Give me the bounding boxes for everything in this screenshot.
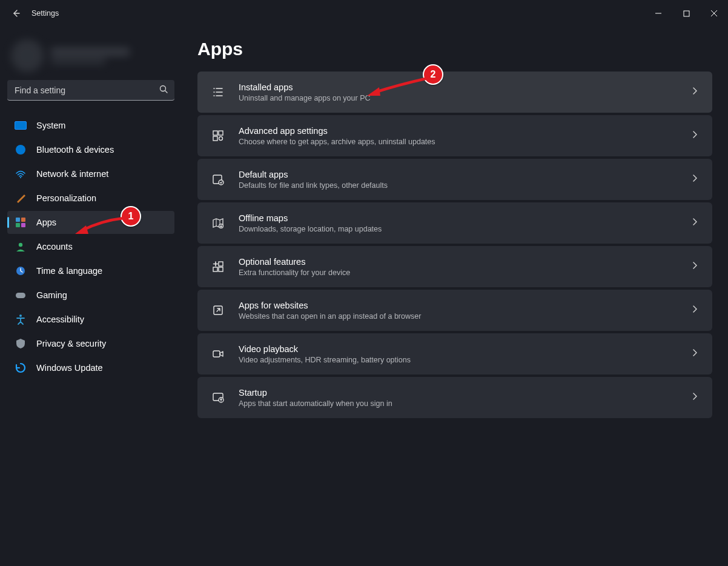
clock-icon: [15, 265, 27, 277]
wifi-icon: [15, 168, 27, 180]
camera-icon: [211, 347, 225, 361]
sidebar-item-privacy[interactable]: Privacy & security: [7, 332, 174, 355]
account-card[interactable]: [7, 34, 174, 78]
sidebar-item-bluetooth[interactable]: Bluetooth & devices: [7, 138, 174, 161]
plus-grid-icon: [211, 259, 225, 274]
card-startup[interactable]: Startup Apps that start automatically wh…: [197, 377, 712, 418]
sidebar: System Bluetooth & devices Network & int…: [0, 27, 182, 566]
card-title: Installed apps: [239, 82, 371, 94]
minimize-button[interactable]: [644, 4, 672, 23]
chevron-right-icon: [690, 348, 699, 359]
svg-rect-6: [21, 223, 25, 227]
card-subtitle: Choose where to get apps, archive apps, …: [239, 138, 435, 146]
sidebar-item-personalization[interactable]: Personalization: [7, 187, 174, 210]
card-subtitle: Extra functionality for your device: [239, 268, 350, 277]
svg-point-10: [19, 315, 22, 317]
sidebar-item-accounts[interactable]: Accounts: [7, 235, 174, 258]
bluetooth-icon: [15, 144, 27, 156]
svg-rect-18: [219, 262, 223, 266]
sidebar-item-time[interactable]: Time & language: [7, 259, 174, 282]
shield-icon: [15, 338, 27, 350]
sidebar-item-accessibility[interactable]: Accessibility: [7, 308, 174, 331]
card-subtitle: Video adjustments, HDR streaming, batter…: [239, 356, 411, 364]
search-wrap: [7, 80, 174, 101]
card-advanced-app-settings[interactable]: Advanced app settings Choose where to ge…: [197, 115, 712, 156]
card-default-apps[interactable]: Default apps Defaults for file and link …: [197, 159, 712, 200]
card-subtitle: Downloads, storage location, map updates: [239, 225, 382, 233]
app-title: Settings: [31, 9, 59, 18]
card-title: Offline maps: [239, 213, 382, 225]
search-icon: [159, 84, 168, 96]
gamepad-icon: [15, 289, 27, 301]
svg-rect-11: [213, 131, 217, 135]
avatar: [11, 39, 44, 72]
card-offline-maps[interactable]: Offline maps Downloads, storage location…: [197, 202, 712, 244]
maximize-button[interactable]: [672, 4, 700, 23]
sidebar-item-label: Network & internet: [36, 169, 108, 179]
page-title: Apps: [197, 39, 712, 59]
chevron-right-icon: [690, 392, 699, 403]
sidebar-item-label: Privacy & security: [36, 339, 106, 348]
sidebar-item-apps[interactable]: Apps: [7, 211, 174, 234]
gear-grid-icon: [211, 128, 225, 143]
sidebar-item-label: Personalization: [36, 193, 96, 203]
default-apps-icon: [211, 172, 225, 187]
card-subtitle: Websites that can open in an app instead…: [239, 312, 421, 321]
sidebar-item-label: Accounts: [36, 242, 73, 251]
svg-point-7: [19, 243, 22, 247]
sidebar-item-label: Time & language: [36, 266, 102, 276]
chevron-right-icon: [690, 305, 699, 316]
sidebar-item-network[interactable]: Network & internet: [7, 162, 174, 185]
startup-icon: [211, 390, 225, 405]
user-icon: [15, 241, 27, 253]
sidebar-item-system[interactable]: System: [7, 114, 174, 137]
chevron-right-icon: [690, 174, 699, 185]
card-apps-for-websites[interactable]: Apps for websites Websites that can open…: [197, 290, 712, 331]
sidebar-item-gaming[interactable]: Gaming: [7, 284, 174, 307]
card-optional-features[interactable]: Optional features Extra functionality fo…: [197, 246, 712, 287]
svg-rect-19: [213, 267, 217, 271]
svg-point-14: [219, 137, 223, 141]
chevron-right-icon: [690, 130, 699, 141]
search-input[interactable]: [7, 80, 174, 101]
card-title: Advanced app settings: [239, 125, 435, 138]
main-content: Apps Installed apps Uninstall and manage…: [182, 27, 728, 566]
apps-icon: [15, 216, 27, 228]
system-icon: [15, 119, 27, 132]
card-video-playback[interactable]: Video playback Video adjustments, HDR st…: [197, 333, 712, 375]
card-subtitle: Uninstall and manage apps on your PC: [239, 94, 371, 102]
card-title: Default apps: [239, 169, 388, 181]
svg-rect-12: [219, 131, 223, 135]
accessibility-icon: [15, 313, 27, 325]
window-controls: [644, 4, 728, 23]
sidebar-item-update[interactable]: Windows Update: [7, 356, 174, 379]
nav-list: System Bluetooth & devices Network & int…: [7, 114, 174, 379]
card-title: Optional features: [239, 256, 350, 268]
svg-rect-0: [684, 11, 689, 16]
titlebar: Settings: [0, 0, 728, 27]
card-installed-apps[interactable]: Installed apps Uninstall and manage apps…: [197, 72, 712, 113]
svg-rect-9: [16, 293, 25, 298]
update-icon: [15, 362, 27, 374]
open-external-icon: [211, 303, 225, 318]
svg-rect-22: [213, 351, 220, 357]
chevron-right-icon: [690, 261, 699, 272]
map-icon: [211, 216, 225, 230]
svg-rect-5: [16, 223, 20, 227]
close-button[interactable]: [700, 4, 728, 23]
svg-rect-4: [21, 218, 25, 222]
back-button[interactable]: [11, 8, 21, 18]
svg-rect-13: [213, 136, 217, 141]
card-title: Video playback: [239, 344, 411, 356]
svg-rect-3: [16, 218, 20, 222]
sidebar-item-label: Apps: [36, 218, 56, 227]
sidebar-item-label: System: [36, 121, 65, 130]
card-title: Apps for websites: [239, 300, 421, 312]
sidebar-item-label: Windows Update: [36, 363, 103, 373]
sidebar-item-label: Gaming: [36, 290, 67, 300]
card-title: Startup: [239, 387, 392, 399]
svg-point-16: [219, 180, 223, 185]
svg-point-2: [20, 177, 21, 178]
card-subtitle: Apps that start automatically when you s…: [239, 399, 392, 408]
settings-card-list: Installed apps Uninstall and manage apps…: [197, 72, 712, 418]
